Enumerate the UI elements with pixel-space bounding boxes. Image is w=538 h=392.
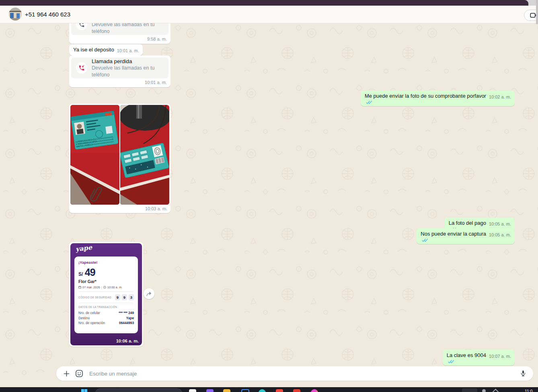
receipt-headline: ¡Yapeaste! xyxy=(78,260,134,265)
message-image-pair[interactable]: I<PER83356Z461<Z<<<<<<<<<<<<<<<< 57D9054… xyxy=(69,104,170,213)
avatar-photo xyxy=(9,8,22,21)
call-icon xyxy=(76,23,87,30)
message-composer xyxy=(56,366,533,381)
sticker-smiley-icon xyxy=(75,369,84,378)
attach-button[interactable] xyxy=(61,368,72,379)
clock-icon xyxy=(103,286,106,289)
avatar[interactable] xyxy=(9,8,22,21)
call-event-box: Llamada perdida Devuelve las llamadas en… xyxy=(71,57,168,78)
tray-icon[interactable] xyxy=(482,389,486,392)
voice-record-button[interactable] xyxy=(518,368,528,379)
receipt-datetime: 07 mar. 2026 | 10:00 a. m. xyxy=(78,285,134,289)
microphone-icon xyxy=(519,369,527,378)
plus-icon xyxy=(62,369,71,378)
missed-call-icon xyxy=(76,62,87,74)
message-time: 9:58 a. m. xyxy=(71,35,168,42)
message-time: 10:06 a. m. xyxy=(116,339,139,343)
message-time: 10:02 a. m. xyxy=(489,94,511,99)
receipt-amount: S/ 49 xyxy=(78,267,134,278)
taskbar-app-red-1[interactable] xyxy=(276,389,283,392)
message-time: 10:01 a. m. xyxy=(117,48,139,53)
message-outgoing[interactable]: Me puede enviar la foto de su comprobant… xyxy=(361,90,515,106)
message-time: 10:05 a. m. xyxy=(489,222,511,226)
message-time: 10:05 a. m. xyxy=(489,232,511,237)
message-incoming[interactable]: Ya ise el deposito10:01 a. m. xyxy=(69,44,143,55)
message-outgoing[interactable]: La clave es 900410:07 a. m. xyxy=(443,350,515,365)
transaction-label: DATOS DE LA TRANSACCIÓN xyxy=(78,306,134,308)
photo-id-back[interactable] xyxy=(120,105,169,205)
emoji-sticker-button[interactable] xyxy=(74,368,84,379)
window-edge-scrollbar[interactable] xyxy=(536,0,538,24)
calendar-icon xyxy=(78,286,81,289)
receipt-row: DestinoYape xyxy=(78,316,134,321)
chat-header: +51 964 460 623 xyxy=(0,6,538,23)
call-subtitle: Devuelve las llamadas en tu teléfono xyxy=(92,23,164,35)
receipt-row: Nro. de operación06444993 xyxy=(78,320,134,326)
taskbar-app-red-2[interactable] xyxy=(293,389,300,392)
yape-logo: yape xyxy=(75,244,92,253)
taskbar-clock[interactable]: 11:0 xyxy=(525,389,533,392)
call-event-box: Devuelve las llamadas en tu teléfono xyxy=(71,23,168,35)
taskbar-app-notepad[interactable] xyxy=(189,389,196,392)
read-check-icon xyxy=(448,359,454,364)
call-title: Llamada perdida xyxy=(92,58,164,65)
message-text: Nos puede enviar la captura xyxy=(421,231,486,237)
message-text: Ya ise el deposito xyxy=(73,47,114,53)
chat-title-phone[interactable]: +51 964 460 623 xyxy=(25,6,70,23)
message-input[interactable] xyxy=(88,370,514,377)
receipt-row: Nro. de celular*** *** 249 xyxy=(78,310,134,316)
photo-id-front[interactable]: I<PER83356Z461<Z<<<<<<<<<<<<<<<< 57D9054… xyxy=(70,105,119,205)
read-check-icon xyxy=(366,100,372,105)
message-text: La foto del pago xyxy=(449,220,486,226)
message-image-receipt[interactable]: yape ¡Yapeaste! S/ 49 Flor Gar* 07 mar. … xyxy=(69,242,143,347)
message-text: La clave es 9004 xyxy=(447,352,486,358)
message-time: 10:01 a. m. xyxy=(71,78,168,85)
receipt-payee: Flor Gar* xyxy=(78,279,134,284)
message-time: 10:07 a. m. xyxy=(489,354,511,359)
forward-arrow-icon xyxy=(146,291,152,296)
conversation-panel[interactable]: Devuelve las llamadas en tu teléfono 9:5… xyxy=(0,23,538,387)
security-code-label: CÓDIGO DE SEGURIDAD xyxy=(78,296,111,299)
call-subtitle: Devuelve las llamadas en tu teléfono xyxy=(92,65,164,78)
message-call-event[interactable]: Devuelve las llamadas en tu teléfono 9:5… xyxy=(69,23,170,44)
taskbar-app-explorer[interactable] xyxy=(223,389,230,392)
tray-chevron-icon[interactable] xyxy=(493,389,499,392)
taskbar-app-copilot[interactable] xyxy=(206,389,214,392)
yape-receipt-image[interactable]: yape ¡Yapeaste! S/ 49 Flor Gar* 07 mar. … xyxy=(70,243,142,345)
taskbar-app-photos[interactable] xyxy=(311,389,318,392)
receipt-card: ¡Yapeaste! S/ 49 Flor Gar* 07 mar. 2026 … xyxy=(74,257,138,333)
security-code: 993 xyxy=(115,294,134,300)
message-outgoing[interactable]: Nos puede enviar la captura10:05 a. m. xyxy=(417,228,515,244)
taskbar-search-box[interactable] xyxy=(95,388,182,392)
taskbar-app-browser[interactable] xyxy=(259,389,266,392)
taskbar-app-blue[interactable] xyxy=(241,389,249,392)
windows-start-button[interactable] xyxy=(81,389,87,392)
window-titlebar xyxy=(0,0,528,6)
message-time: 10:03 a. m. xyxy=(70,205,169,212)
message-missed-call[interactable]: Llamada perdida Devuelve las llamadas en… xyxy=(69,55,170,87)
message-text: Me puede enviar la foto de su comprobant… xyxy=(365,93,486,99)
forward-message-button[interactable] xyxy=(144,288,154,299)
system-tray-button[interactable] xyxy=(462,388,477,392)
windows-taskbar: 11:0 xyxy=(0,387,538,392)
read-check-icon xyxy=(422,238,428,242)
